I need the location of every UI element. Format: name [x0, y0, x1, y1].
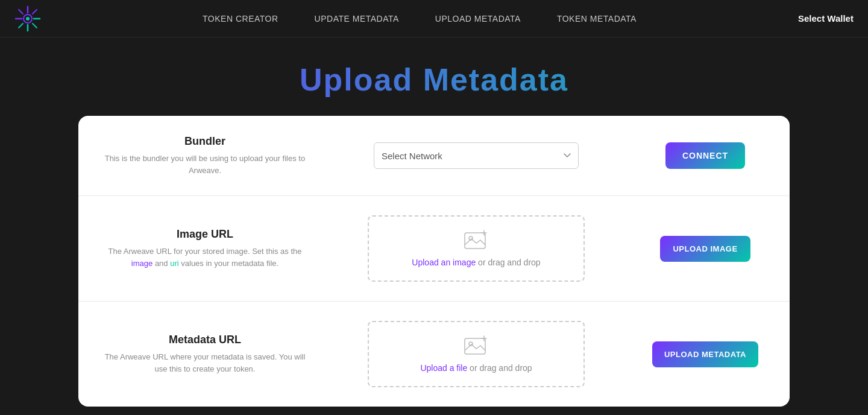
metadata-upload-icon	[464, 335, 488, 357]
metadata-drop-zone-container: Upload a file or drag and drop	[307, 321, 645, 387]
image-upload-link[interactable]: Upload an image	[412, 258, 476, 267]
bundler-right: CONNECT	[645, 142, 766, 169]
bundler-description: This is the bundler you will be using to…	[102, 153, 307, 176]
image-link[interactable]: image	[131, 259, 153, 268]
image-url-info: Image URL The Arweave URL for your store…	[102, 228, 307, 269]
image-desc-prefix: The Arweave URL for your stored image. S…	[108, 247, 301, 256]
bundler-info: Bundler This is the bundler you will be …	[102, 135, 307, 176]
logo[interactable]	[14, 5, 41, 32]
metadata-url-section: Metadata URL The Arweave URL where your …	[78, 302, 790, 407]
svg-line-5	[33, 24, 37, 28]
svg-line-7	[19, 24, 23, 28]
image-url-title: Image URL	[102, 228, 307, 241]
select-wallet-button[interactable]: Select Wallet	[798, 13, 854, 24]
uri-link[interactable]: uri	[170, 259, 178, 268]
nav-token-metadata[interactable]: TOKEN METADATA	[557, 14, 637, 24]
image-drop-zone[interactable]: Upload an image or drag and drop	[368, 215, 585, 282]
nav-links: TOKEN CREATOR UPDATE METADATA UPLOAD MET…	[203, 14, 637, 24]
image-drop-zone-text: Upload an image or drag and drop	[412, 258, 540, 267]
image-url-section: Image URL The Arweave URL for your store…	[78, 196, 790, 302]
upload-metadata-button[interactable]: UPLOAD METADATA	[652, 341, 758, 367]
bundler-title: Bundler	[102, 135, 307, 148]
page-title-container: Upload Metadata	[0, 37, 868, 116]
svg-line-6	[33, 10, 37, 14]
metadata-upload-right: UPLOAD METADATA	[645, 341, 766, 367]
nav-update-metadata[interactable]: UPDATE METADATA	[315, 14, 399, 24]
image-drop-suffix: or drag and drop	[476, 258, 540, 267]
svg-line-4	[19, 10, 23, 14]
bundler-section: Bundler This is the bundler you will be …	[78, 116, 790, 196]
metadata-url-title: Metadata URL	[102, 334, 307, 346]
image-url-description: The Arweave URL for your stored image. S…	[102, 246, 307, 269]
image-upload-icon	[464, 230, 488, 252]
metadata-drop-zone[interactable]: Upload a file or drag and drop	[368, 321, 585, 387]
metadata-url-info: Metadata URL The Arweave URL where your …	[102, 334, 307, 375]
upload-image-button[interactable]: UPLOAD IMAGE	[660, 236, 750, 262]
nav-upload-metadata[interactable]: UPLOAD METADATA	[435, 14, 521, 24]
connect-button[interactable]: CONNECT	[665, 142, 745, 169]
metadata-drop-zone-text: Upload a file or drag and drop	[420, 363, 532, 373]
network-select[interactable]: Select Network Mainnet Devnet	[374, 142, 579, 169]
image-drop-zone-container: Upload an image or drag and drop	[307, 215, 645, 282]
svg-rect-14	[465, 338, 485, 354]
main-card: Bundler This is the bundler you will be …	[78, 116, 790, 407]
metadata-drop-suffix: or drag and drop	[467, 363, 532, 373]
image-desc-middle: and	[153, 259, 170, 268]
nav-token-creator[interactable]: TOKEN CREATOR	[203, 14, 278, 24]
page-title: Upload Metadata	[0, 62, 868, 98]
image-upload-right: UPLOAD IMAGE	[645, 236, 766, 262]
bundler-middle: Select Network Mainnet Devnet	[307, 142, 645, 169]
navbar: TOKEN CREATOR UPDATE METADATA UPLOAD MET…	[0, 0, 868, 37]
svg-point-9	[26, 17, 30, 21]
image-desc-suffix: values in your metadata file.	[179, 259, 278, 268]
svg-rect-10	[465, 233, 485, 249]
metadata-url-description: The Arweave URL where your metadata is s…	[102, 351, 307, 375]
metadata-upload-link[interactable]: Upload a file	[420, 363, 467, 373]
neon-logo-icon	[14, 5, 41, 32]
